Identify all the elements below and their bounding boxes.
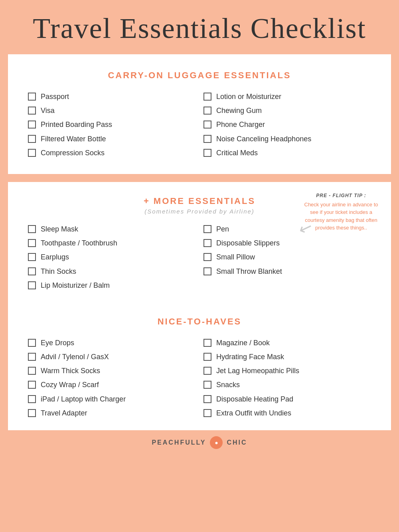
tip-label: PRE - FLIGHT TIP : <box>303 192 379 199</box>
checkbox-icon[interactable] <box>203 395 211 403</box>
list-item[interactable]: Printed Boarding Pass <box>28 120 196 130</box>
nice-to-haves-left-col: Eye DropsAdvil / Tylenol / GasXWarm Thic… <box>28 338 196 418</box>
checkbox-icon[interactable] <box>203 135 211 143</box>
list-item[interactable]: Noise Canceling Headphones <box>203 134 371 144</box>
carry-on-title: CARRY-ON LUGGAGE ESSENTIALS <box>28 70 371 81</box>
checkbox-icon[interactable] <box>203 381 211 389</box>
list-item[interactable]: Disposable Heating Pad <box>203 394 371 404</box>
checkbox-icon[interactable] <box>28 93 36 101</box>
list-item[interactable]: Toothpaste / Toothbrush <box>28 238 196 248</box>
footer-logo: ● <box>210 436 223 449</box>
checkbox-icon[interactable] <box>28 121 36 129</box>
checkbox-icon[interactable] <box>28 353 36 361</box>
item-label: Disposable Slippers <box>216 238 280 248</box>
checkbox-icon[interactable] <box>28 267 36 275</box>
list-item[interactable]: Advil / Tylenol / GasX <box>28 352 196 362</box>
list-item[interactable]: Cozy Wrap / Scarf <box>28 380 196 390</box>
item-label: Extra Outfit with Undies <box>216 408 291 418</box>
list-item[interactable]: Travel Adapter <box>28 408 196 418</box>
page-title: Travel Essentials Checklist <box>33 12 366 45</box>
pre-flight-tip: PRE - FLIGHT TIP : Check your airline in… <box>303 192 379 232</box>
checkbox-icon[interactable] <box>28 339 36 347</box>
nice-to-haves-columns: Eye DropsAdvil / Tylenol / GasXWarm Thic… <box>28 338 371 418</box>
carry-on-right-col: Lotion or MoisturizerChewing GumPhone Ch… <box>203 92 371 158</box>
list-item[interactable]: Compression Socks <box>28 148 196 158</box>
checkbox-icon[interactable] <box>203 409 211 417</box>
list-item[interactable]: Passport <box>28 92 196 102</box>
item-label: Noise Canceling Headphones <box>216 134 311 144</box>
checkbox-icon[interactable] <box>28 409 36 417</box>
checkbox-icon[interactable] <box>28 281 36 289</box>
more-essentials-section: PRE - FLIGHT TIP : Check your airline in… <box>8 188 391 303</box>
list-item[interactable]: Chewing Gum <box>203 106 371 116</box>
checkbox-icon[interactable] <box>203 253 211 261</box>
list-item[interactable]: Lotion or Moisturizer <box>203 92 371 102</box>
list-item[interactable]: Warm Thick Socks <box>28 366 196 376</box>
tip-text: Check your airline in advance to see if … <box>304 202 378 231</box>
list-item[interactable]: Extra Outfit with Undies <box>203 408 371 418</box>
item-label: Lotion or Moisturizer <box>216 92 281 102</box>
list-item[interactable]: Visa <box>28 106 196 116</box>
item-label: Warm Thick Socks <box>41 366 100 376</box>
list-item[interactable]: Sleep Mask <box>28 224 196 234</box>
item-label: Visa <box>41 106 55 116</box>
item-label: Small Throw Blanket <box>216 267 282 277</box>
checkbox-icon[interactable] <box>203 149 211 157</box>
item-label: Passport <box>41 92 69 102</box>
footer-logo-icon: ● <box>215 439 218 446</box>
item-label: Travel Adapter <box>41 408 87 418</box>
checkbox-icon[interactable] <box>203 239 211 247</box>
list-item[interactable]: Lip Moisturizer / Balm <box>28 281 196 291</box>
checkbox-icon[interactable] <box>203 93 211 101</box>
checkbox-icon[interactable] <box>203 107 211 115</box>
checkbox-icon[interactable] <box>203 267 211 275</box>
item-label: Snacks <box>216 380 240 390</box>
checkbox-icon[interactable] <box>203 121 211 129</box>
list-item[interactable]: Small Throw Blanket <box>203 267 371 277</box>
checkbox-icon[interactable] <box>203 367 211 375</box>
carry-on-left-col: PassportVisaPrinted Boarding PassFiltere… <box>28 92 196 158</box>
checkbox-icon[interactable] <box>203 339 211 347</box>
list-item[interactable]: Thin Socks <box>28 267 196 277</box>
item-label: Disposable Heating Pad <box>216 394 293 404</box>
list-item[interactable]: Filtered Water Bottle <box>28 134 196 144</box>
item-label: Phone Charger <box>216 120 265 130</box>
list-item[interactable]: Critical Meds <box>203 148 371 158</box>
item-label: Compression Socks <box>41 148 105 158</box>
checkbox-icon[interactable] <box>28 149 36 157</box>
checkbox-icon[interactable] <box>28 395 36 403</box>
item-label: iPad / Laptop with Charger <box>41 394 126 404</box>
section-gap-1 <box>8 182 391 188</box>
nice-to-haves-title: NICE-TO-HAVES <box>28 316 371 327</box>
item-label: Printed Boarding Pass <box>41 120 112 130</box>
list-item[interactable]: Jet Lag Homeopathic Pills <box>203 366 371 376</box>
list-item[interactable]: Magazine / Book <box>203 338 371 348</box>
checkbox-icon[interactable] <box>28 135 36 143</box>
checkbox-icon[interactable] <box>203 353 211 361</box>
item-label: Sleep Mask <box>41 224 78 234</box>
checkbox-icon[interactable] <box>28 381 36 389</box>
more-essentials-left-col: Sleep MaskToothpaste / ToothbrushEarplug… <box>28 224 196 291</box>
checkbox-icon[interactable] <box>28 367 36 375</box>
footer-brand-right: CHIC <box>227 439 247 446</box>
list-item[interactable]: Disposable Slippers <box>203 238 371 248</box>
checkbox-icon[interactable] <box>28 253 36 261</box>
list-item[interactable]: Snacks <box>203 380 371 390</box>
checkbox-icon[interactable] <box>28 239 36 247</box>
list-item[interactable]: Earplugs <box>28 252 196 262</box>
item-label: Hydrating Face Mask <box>216 352 284 362</box>
item-label: Magazine / Book <box>216 338 270 348</box>
list-item[interactable]: Phone Charger <box>203 120 371 130</box>
list-item[interactable]: Hydrating Face Mask <box>203 352 371 362</box>
checkbox-icon[interactable] <box>203 225 211 233</box>
checkbox-icon[interactable] <box>28 107 36 115</box>
footer: PEACHFULLY ● CHIC <box>0 430 399 457</box>
list-item[interactable]: Small Pillow <box>203 252 371 262</box>
list-item[interactable]: iPad / Laptop with Charger <box>28 394 196 404</box>
checkbox-icon[interactable] <box>28 225 36 233</box>
item-label: Eye Drops <box>41 338 74 348</box>
header-area: Travel Essentials Checklist <box>0 0 399 53</box>
item-label: Filtered Water Bottle <box>41 134 106 144</box>
item-label: Chewing Gum <box>216 106 262 116</box>
list-item[interactable]: Eye Drops <box>28 338 196 348</box>
